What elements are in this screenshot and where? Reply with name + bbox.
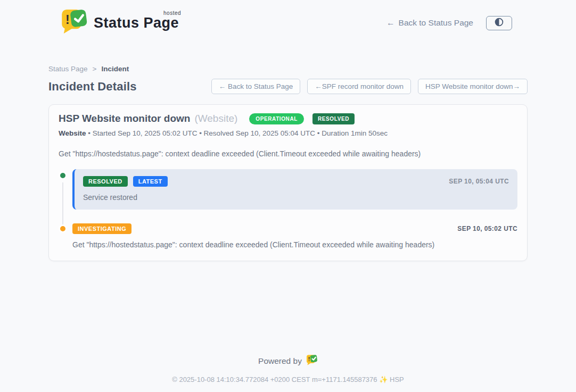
back-to-status-page-button[interactable]: ← Back to Status Page [211,79,301,94]
investigating-timeline-dot [59,224,67,233]
breadcrumb-separator: > [93,65,97,73]
investigating-update: INVESTIGATING SEP 10, 05:02 UTC Get "htt… [72,223,517,249]
prev-incident-button[interactable]: ←SPF record monitor down [307,79,411,94]
powered-by[interactable]: Powered by ! [258,355,318,368]
incident-title: HSP Website monitor down [59,113,190,124]
hosted-superscript: hosted [163,10,181,16]
update-timestamp: SEP 10, 05:04 UTC [449,178,509,185]
header: ! Status Page hosted ← Back to Status Pa… [0,0,576,38]
main-content: Status Page > Incident Incident Details … [48,65,528,383]
left-arrow-icon: ← [386,18,395,28]
latest-update-badge: LATEST [133,176,168,187]
incident-description: Get "https://hostedstatus.page": context… [59,149,517,158]
powered-by-label: Powered by [258,356,302,366]
timeline-entry-investigating: INVESTIGATING SEP 10, 05:02 UTC Get "htt… [59,223,517,249]
update-message: Service restored [83,193,509,202]
copyright-line: © 2025-10-08 14:10:34.772084 +0200 CEST … [48,376,528,383]
app-logo[interactable]: ! Status Page hosted [62,10,179,36]
incident-nav-buttons: ← Back to Status Page ←SPF record monito… [211,79,528,94]
update-timestamp: SEP 10, 05:02 UTC [457,225,517,232]
update-badges: INVESTIGATING [72,223,131,234]
page-title: Incident Details [48,80,137,94]
header-actions: ← Back to Status Page [386,16,512,30]
resolved-status-badge: RESOLVED [312,113,355,124]
operational-status-badge: OPERATIONAL [249,113,304,124]
update-message: Get "https://hostedstatus.page": context… [72,240,517,249]
update-badges: RESOLVED LATEST [83,176,168,187]
investigating-update-badge: INVESTIGATING [72,223,131,234]
sparkles-icon: ✨ [379,376,388,383]
breadcrumb-status-page-link[interactable]: Status Page [48,65,88,73]
timeline-dot-column [59,169,72,210]
incident-timeline: RESOLVED LATEST SEP 10, 05:04 UTC Servic… [59,169,517,249]
contrast-half-circle-icon [495,18,504,28]
brand-name: Status Page hosted [94,15,179,31]
header-back-to-status-page-link[interactable]: ← Back to Status Page [386,18,473,28]
incident-title-row: HSP Website monitor down (Website) OPERA… [59,113,517,124]
breadcrumb-current: Incident [101,65,129,73]
timeline-dot-column [59,223,72,249]
status-page-logo-icon: ! [62,10,88,36]
footer: Powered by ! © 2025-10-08 14:10:34.77208… [48,355,528,383]
timeline-entry-resolved: RESOLVED LATEST SEP 10, 05:04 UTC Servic… [59,169,517,210]
heading-row: Incident Details ← Back to Status Page ←… [48,79,528,94]
incident-component: (Website) [194,113,237,124]
incident-meta-component: Website [59,129,86,137]
incident-meta-details: • Started Sep 10, 2025 05:02 UTC • Resol… [88,129,388,137]
latest-update-box: RESOLVED LATEST SEP 10, 05:04 UTC Servic… [72,169,517,210]
resolved-update-badge: RESOLVED [83,176,128,187]
theme-toggle-button[interactable] [486,16,512,30]
brand-suffix: HSP [390,376,404,383]
svg-text:!: ! [308,356,310,362]
breadcrumb: Status Page > Incident [48,65,528,73]
incident-card: HSP Website monitor down (Website) OPERA… [48,104,528,261]
next-incident-button[interactable]: HSP Website monitor down→ [418,79,528,94]
timeline-connector-line [62,182,63,225]
copyright-text: © 2025-10-08 14:10:34.772084 +0200 CEST … [172,376,377,383]
svg-text:!: ! [65,13,70,27]
resolved-timeline-dot [59,171,67,180]
status-page-mini-logo-icon: ! [307,355,318,368]
incident-meta: Website • Started Sep 10, 2025 05:02 UTC… [59,129,517,137]
